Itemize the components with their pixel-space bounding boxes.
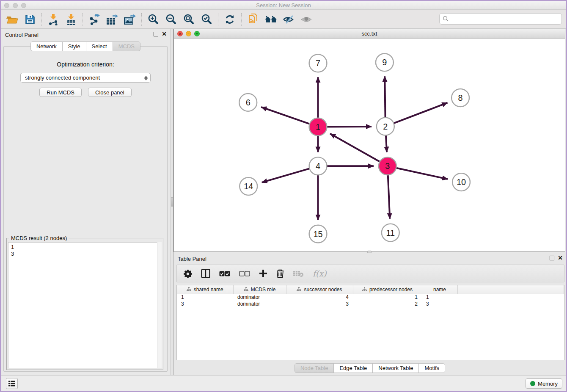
column-mapping-icon [297, 287, 301, 292]
splitter-grip[interactable] [171, 197, 173, 207]
tab-motifs[interactable]: Motifs [418, 363, 445, 373]
memory-button[interactable]: Memory [526, 378, 562, 389]
mcds-tab-content: Optimization criterion: strongly connect… [3, 46, 168, 372]
node-label: 6 [246, 98, 250, 107]
table-cell[interactable]: 4 [286, 294, 353, 301]
add-column-icon[interactable] [259, 269, 267, 278]
edge-1-to-2[interactable] [326, 127, 372, 127]
save-session-icon[interactable] [23, 13, 37, 26]
table-options-gear-icon[interactable] [184, 269, 192, 278]
table-cell[interactable]: 3 [177, 301, 233, 307]
task-history-button[interactable] [6, 378, 18, 389]
node-table[interactable]: shared nameMCDS rolesuccessor nodesprede… [176, 285, 564, 360]
search-box [439, 13, 562, 25]
network-window-titlebar[interactable]: ✕ − + scc.txt [174, 29, 565, 39]
export-table-icon[interactable] [105, 13, 119, 26]
export-image-icon[interactable] [123, 13, 137, 26]
column-header-MCDS-role[interactable]: MCDS role [233, 285, 286, 294]
delete-table-icon[interactable] [293, 270, 304, 277]
criterion-dropdown-value: strongly connected component [25, 75, 100, 81]
open-file-icon[interactable] [5, 13, 19, 26]
select-all-checkboxes-icon[interactable] [219, 271, 230, 276]
graph-node-3[interactable]: 3 [379, 157, 396, 175]
edge-3-to-1[interactable] [330, 134, 380, 162]
graph-node-11[interactable]: 11 [382, 224, 399, 242]
zoom-selected-icon[interactable] [199, 13, 214, 26]
column-header-predecessor-nodes[interactable]: predecessor nodes [353, 285, 422, 294]
graph-node-6[interactable]: 6 [239, 94, 257, 111]
column-header-successor-nodes[interactable]: successor nodes [286, 285, 353, 294]
table-cell[interactable]: 1 [177, 294, 233, 301]
graph-node-15[interactable]: 15 [309, 225, 327, 243]
zoom-fit-icon[interactable] [182, 13, 196, 26]
table-cell[interactable]: 3 [422, 301, 457, 307]
network-canvas[interactable]: 7968124314101511 [174, 39, 565, 251]
tab-network-table[interactable]: Network Table [372, 363, 419, 373]
graph-node-7[interactable]: 7 [309, 54, 327, 72]
status-bar: Memory [1, 375, 566, 391]
edge-2-to-8[interactable] [393, 103, 448, 124]
tab-style[interactable]: Style [62, 41, 86, 51]
tab-network[interactable]: Network [30, 41, 63, 51]
graph-node-14[interactable]: 14 [239, 177, 257, 195]
edge-4-to-14[interactable] [262, 168, 311, 182]
table-row[interactable]: 1dominator411 [177, 294, 564, 301]
apply-layout-icon[interactable] [223, 13, 237, 26]
export-network-icon[interactable] [87, 13, 102, 26]
delete-column-icon[interactable] [276, 269, 284, 278]
search-input[interactable] [439, 13, 562, 25]
column-header-shared-name[interactable]: shared name [177, 285, 233, 294]
edge-3-to-10[interactable] [395, 168, 448, 179]
table-cell[interactable]: dominator [233, 301, 286, 307]
close-panel-button[interactable]: Close panel [88, 88, 132, 97]
table-cell[interactable]: 1 [353, 294, 422, 301]
network-graph[interactable]: 7968124314101511 [174, 39, 565, 251]
tab-mcds[interactable]: MCDS [113, 41, 140, 51]
table-panel: Table Panel ✕ [173, 253, 566, 375]
node-label: 2 [383, 122, 388, 131]
show-all-icon[interactable] [299, 13, 314, 26]
zoom-out-icon[interactable] [164, 13, 178, 26]
node-label: 15 [313, 229, 322, 239]
vertical-splitter[interactable] [170, 29, 173, 375]
zoom-in-icon[interactable] [146, 13, 160, 26]
tab-node-table[interactable]: Node Table [295, 363, 334, 373]
function-builder-icon: f(x) [313, 269, 327, 278]
edge-2-to-3[interactable] [386, 135, 387, 152]
unselect-all-checkboxes-icon[interactable] [239, 271, 250, 276]
result-scrollbar[interactable] [157, 242, 162, 368]
float-panel-icon[interactable] [154, 32, 158, 36]
edge-3-to-11[interactable] [388, 174, 390, 219]
table-cell[interactable]: 3 [286, 301, 353, 307]
table-cell[interactable]: 2 [353, 301, 422, 307]
graph-node-10[interactable]: 10 [452, 173, 470, 191]
import-table-icon[interactable] [64, 13, 78, 26]
edge-2-to-9[interactable] [385, 76, 385, 119]
hide-selected-icon[interactable] [281, 13, 296, 26]
first-neighbors-icon[interactable] [264, 13, 278, 26]
run-mcds-button[interactable]: Run MCDS [39, 88, 82, 97]
close-panel-icon[interactable]: ✕ [162, 32, 167, 36]
float-table-panel-icon[interactable] [550, 256, 554, 260]
graph-node-9[interactable]: 9 [376, 53, 394, 71]
dropdown-stepper-icon [144, 75, 148, 81]
tab-edge-table[interactable]: Edge Table [333, 363, 373, 373]
import-network-icon[interactable] [46, 13, 61, 26]
graph-node-4[interactable]: 4 [309, 157, 327, 175]
column-header-name[interactable]: name [422, 285, 457, 294]
graph-node-8[interactable]: 8 [451, 89, 469, 107]
graph-node-2[interactable]: 2 [377, 118, 394, 135]
criterion-dropdown[interactable]: strongly connected component [20, 73, 151, 83]
control-panel-tabs: NetworkStyleSelectMCDS [1, 41, 170, 51]
show-columns-icon[interactable] [201, 269, 210, 278]
title-bar: Session: New Session [1, 1, 566, 10]
edge-1-to-6[interactable] [261, 107, 310, 124]
new-network-from-selection-icon[interactable] [246, 13, 260, 26]
graph-node-1[interactable]: 1 [309, 118, 327, 136]
table-cell[interactable]: dominator [233, 294, 286, 301]
mcds-result-text[interactable]: 1 3 [8, 242, 162, 368]
table-cell[interactable]: 1 [422, 294, 457, 301]
close-table-panel-icon[interactable]: ✕ [558, 256, 563, 260]
tab-select[interactable]: Select [86, 41, 113, 51]
table-row[interactable]: 3dominator323 [177, 301, 564, 307]
